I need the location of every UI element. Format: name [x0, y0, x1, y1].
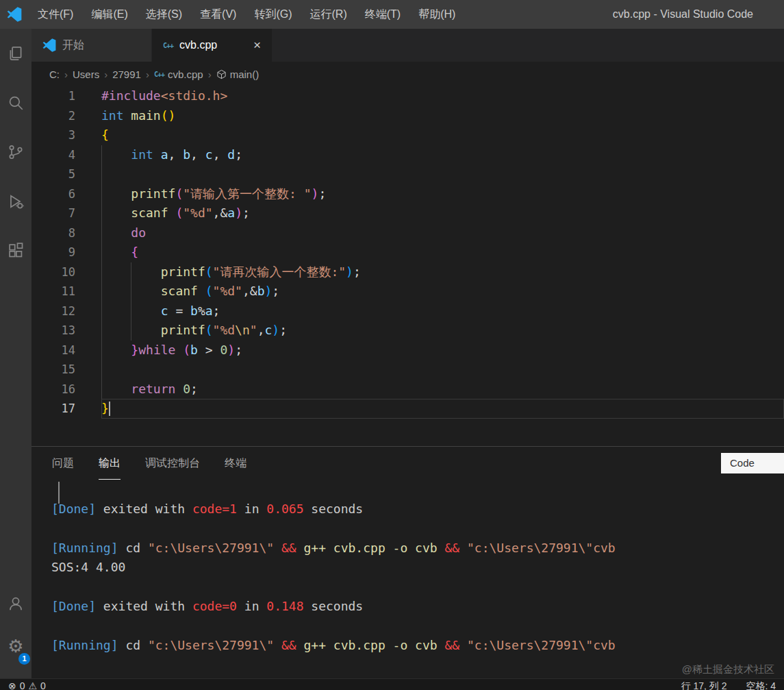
code-text[interactable]: }: [101, 399, 784, 419]
tab-welcome[interactable]: 开始: [31, 29, 152, 62]
menu-selection[interactable]: 选择(S): [137, 0, 191, 29]
code-text[interactable]: do: [101, 223, 784, 243]
code-line[interactable]: 2int main(): [31, 106, 784, 126]
line-number[interactable]: 14: [31, 341, 75, 360]
run-debug-icon[interactable]: [0, 177, 31, 226]
line-number[interactable]: 3: [31, 125, 75, 145]
code-line[interactable]: 15: [31, 360, 784, 380]
code-line[interactable]: 6 printf("请输入第一个整数: ");: [31, 184, 784, 204]
code-line[interactable]: 7 scanf ("%d",&a);: [31, 204, 784, 223]
line-number[interactable]: 5: [31, 164, 75, 184]
line-number[interactable]: 2: [31, 106, 75, 126]
line-number[interactable]: 10: [31, 262, 75, 282]
panel-tab-debug-console[interactable]: 调试控制台: [145, 447, 200, 480]
output-line[interactable]: [Running] cd "c:\Users\27991\" && g++ cv…: [51, 539, 784, 558]
source-control-icon[interactable]: [0, 127, 31, 177]
code-text[interactable]: printf("%d\n",c);: [101, 321, 784, 341]
code-text[interactable]: [101, 164, 784, 184]
line-number[interactable]: 13: [31, 321, 75, 341]
breadcrumb-file-cvb-cpp[interactable]: C++cvb.cpp: [154, 69, 203, 80]
code-line[interactable]: 17}: [31, 399, 784, 419]
breadcrumb-symbol-main[interactable]: main(): [216, 69, 260, 80]
code-line[interactable]: 16 return 0;: [31, 380, 784, 399]
code-line[interactable]: 3{: [31, 125, 784, 145]
code-line[interactable]: 14 }while (b > 0);: [31, 341, 784, 360]
panel-tab-terminal[interactable]: 终端: [225, 447, 246, 480]
line-number[interactable]: 9: [31, 243, 75, 262]
line-number[interactable]: 7: [31, 204, 75, 223]
code-text[interactable]: scanf ("%d",&b);: [101, 282, 784, 301]
breadcrumb-folder-27991[interactable]: 27991: [112, 69, 141, 80]
chevron-right-icon: ›: [141, 69, 154, 80]
menu-edit[interactable]: 编辑(E): [82, 0, 136, 29]
output-line[interactable]: [51, 480, 784, 500]
code-text[interactable]: #include<stdio.h>: [101, 86, 784, 106]
menu-terminal[interactable]: 终端(T): [356, 0, 409, 29]
output-panel[interactable]: [Done] exited with code=1 in 0.065 secon…: [31, 480, 784, 678]
line-number[interactable]: 15: [31, 360, 75, 380]
code-text[interactable]: {: [101, 125, 784, 145]
line-number[interactable]: 17: [31, 399, 75, 419]
problems-status[interactable]: ⊗ 0 ⚠ 0: [8, 679, 46, 690]
output-line[interactable]: [Done] exited with code=1 in 0.065 secon…: [51, 500, 784, 519]
output-line[interactable]: SOS:4 4.00: [51, 558, 784, 578]
code-line[interactable]: 9 {: [31, 243, 784, 262]
menu-help[interactable]: 帮助(H): [409, 0, 464, 29]
panel-tab-output[interactable]: 输出: [99, 447, 121, 480]
cpp-file-icon: C++: [154, 71, 164, 78]
explorer-icon[interactable]: [0, 29, 31, 78]
breadcrumb-folder-users[interactable]: Users: [73, 69, 99, 80]
settings-gear-icon[interactable]: ⚙ 1: [0, 625, 31, 667]
code-text[interactable]: [101, 360, 784, 380]
code-text[interactable]: printf("请再次输入一个整数:");: [101, 262, 784, 282]
code-line[interactable]: 13 printf("%d\n",c);: [31, 321, 784, 341]
code-text[interactable]: }while (b > 0);: [101, 341, 784, 360]
line-number[interactable]: 4: [31, 145, 75, 165]
code-text[interactable]: {: [101, 243, 784, 262]
code-text[interactable]: int main(): [101, 106, 784, 126]
menu-view[interactable]: 查看(V): [191, 0, 245, 29]
code-text[interactable]: c = b%a;: [101, 301, 784, 321]
code-text[interactable]: printf("请输入第一个整数: ");: [101, 184, 784, 204]
close-tab-icon[interactable]: ×: [244, 38, 261, 53]
code-line[interactable]: 11 scanf ("%d",&b);: [31, 282, 784, 301]
code-editor[interactable]: 1#include<stdio.h>2int main()3{4 int a, …: [31, 86, 784, 446]
tab-cvb-cpp[interactable]: C++cvb.cpp×: [152, 29, 273, 62]
line-number[interactable]: 12: [31, 301, 75, 321]
code-line[interactable]: 12 c = b%a;: [31, 301, 784, 321]
code-text[interactable]: scanf ("%d",&a);: [101, 204, 784, 223]
line-number[interactable]: 1: [31, 86, 75, 106]
indent-guide: [101, 164, 102, 184]
indent-guide: [131, 262, 131, 282]
output-line[interactable]: [51, 617, 784, 637]
editor-tabs: 开始C++cvb.cpp×: [31, 29, 784, 62]
extensions-icon[interactable]: [0, 226, 31, 275]
output-channel-select[interactable]: Code: [721, 453, 784, 473]
code-line[interactable]: 10 printf("请再次输入一个整数:");: [31, 262, 784, 282]
panel-tab-problems[interactable]: 问题: [52, 447, 74, 480]
output-line[interactable]: [51, 519, 784, 539]
line-number[interactable]: 6: [31, 184, 75, 204]
code-text[interactable]: return 0;: [101, 380, 784, 399]
indentation-setting[interactable]: 空格: 4: [746, 679, 776, 690]
output-line[interactable]: [51, 578, 784, 597]
account-icon[interactable]: [0, 582, 31, 625]
status-bar: ⊗ 0 ⚠ 0 行 17, 列 2 空格: 4: [0, 678, 784, 690]
menu-go[interactable]: 转到(G): [245, 0, 301, 29]
line-number[interactable]: 8: [31, 223, 75, 243]
output-line[interactable]: [Running] cd "c:\Users\27991\" && g++ cv…: [51, 636, 784, 656]
line-number[interactable]: 16: [31, 380, 75, 399]
code-line[interactable]: 1#include<stdio.h>: [31, 86, 784, 106]
cursor-position[interactable]: 行 17, 列 2: [681, 679, 727, 690]
code-line[interactable]: 4 int a, b, c, d;: [31, 145, 784, 165]
search-icon[interactable]: [0, 78, 31, 127]
line-number[interactable]: 11: [31, 282, 75, 301]
breadcrumb-drive[interactable]: C:: [49, 69, 60, 80]
code-line[interactable]: 8 do: [31, 223, 784, 243]
output-line[interactable]: [Done] exited with code=0 in 0.148 secon…: [51, 597, 784, 617]
code-text[interactable]: int a, b, c, d;: [101, 145, 784, 165]
code-line[interactable]: 5: [31, 164, 784, 184]
menu-file[interactable]: 文件(F): [29, 0, 82, 29]
menu-run[interactable]: 运行(R): [301, 0, 356, 29]
activity-bar: ⚙ 1: [0, 29, 31, 678]
